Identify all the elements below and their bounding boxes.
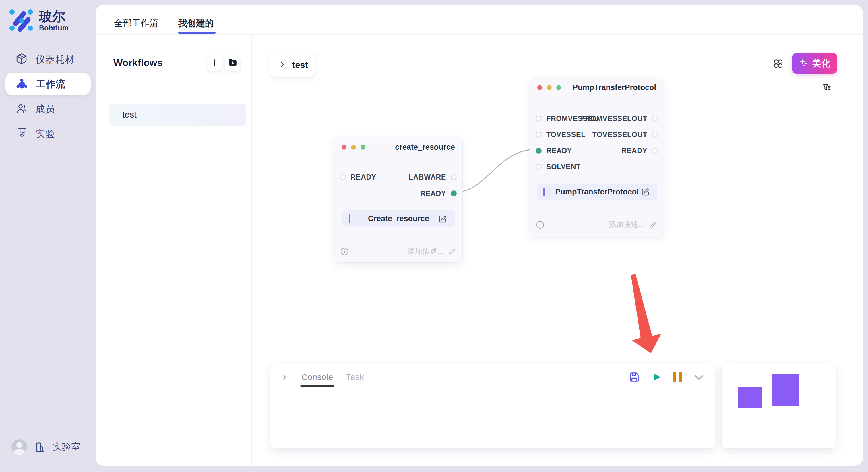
port-dot[interactable]	[652, 132, 658, 138]
sparkles-icon	[799, 58, 809, 69]
add-workflow-button[interactable]	[207, 56, 222, 71]
node-pump-transfer-protocol[interactable]: PumpTransferProtocol FROMVESSEL TOVESSEL…	[530, 78, 664, 236]
port-labware-out[interactable]: LABWARE	[409, 173, 457, 181]
node-action-box[interactable]: Create_resource	[342, 210, 455, 227]
filter-icon[interactable]	[822, 82, 832, 94]
node-action-box[interactable]: PumpTransferProtocol	[537, 184, 657, 200]
port-ready-in[interactable]: READY	[536, 146, 572, 155]
tab-task[interactable]: Task	[346, 372, 364, 382]
sidebar-item-label: 实验	[36, 128, 55, 140]
port-ready-out[interactable]: READY	[420, 189, 457, 198]
text-caret	[543, 188, 545, 196]
brand-logo: 玻尔 Bohrium	[9, 7, 69, 34]
tabbar-divider	[96, 34, 863, 35]
edit-icon[interactable]	[439, 214, 447, 223]
port-tovesselout[interactable]: TOVESSELOUT	[592, 131, 658, 139]
port-dot-connected[interactable]	[451, 191, 457, 196]
workflows-panel: Workflows test	[96, 35, 252, 466]
console-expand-chevron-icon[interactable]	[280, 373, 288, 381]
text-caret	[349, 214, 350, 223]
port-dot[interactable]	[536, 164, 541, 170]
sidebar-item-instruments[interactable]: 仪器耗材	[5, 48, 91, 71]
bohrium-logo-icon	[9, 7, 34, 34]
workflow-icon	[16, 77, 28, 91]
description-placeholder[interactable]: 添加描述...	[609, 220, 645, 230]
minimap-node-pump-transfer	[772, 374, 799, 406]
port-dot[interactable]	[536, 115, 541, 122]
building-icon	[34, 441, 46, 453]
port-dot[interactable]	[536, 132, 541, 138]
chevron-down-icon[interactable]	[693, 371, 705, 383]
port-dot-connected[interactable]	[536, 148, 541, 154]
traffic-light-green-icon	[361, 145, 365, 150]
lab-switcher-label[interactable]: 实验室	[53, 441, 81, 453]
minimap-node-create-resource	[738, 387, 762, 408]
node-footer: 添加描述...	[536, 220, 657, 230]
description-placeholder[interactable]: 添加描述...	[407, 246, 443, 256]
console-panel: Console Task	[270, 364, 715, 449]
node-header[interactable]: PumpTransferProtocol	[530, 78, 663, 97]
node-title: PumpTransferProtocol	[572, 83, 656, 92]
pencil-icon[interactable]	[649, 221, 657, 229]
sidebar: 玻尔 Bohrium 仪器耗材 工作流 成员	[0, 0, 96, 472]
traffic-light-yellow-icon	[351, 145, 356, 150]
sidebar-item-members[interactable]: 成员	[5, 98, 91, 121]
sidebar-item-label: 仪器耗材	[36, 53, 74, 66]
sidebar-footer: 实验室	[11, 439, 81, 455]
members-icon	[16, 102, 28, 115]
pause-icon[interactable]	[673, 372, 682, 382]
workflows-panel-title: Workflows	[113, 57, 162, 68]
command-clover-icon[interactable]	[773, 59, 783, 70]
plus-icon	[210, 58, 219, 69]
active-tab-underline	[178, 32, 216, 34]
edit-icon[interactable]	[641, 188, 650, 196]
sidebar-item-workflow[interactable]: 工作流	[5, 72, 91, 96]
tab-console[interactable]: Console	[301, 372, 333, 382]
traffic-light-red-icon	[342, 145, 346, 150]
sidebar-item-experiments[interactable]: 实验	[5, 123, 91, 145]
experiment-icon	[16, 127, 28, 140]
brand-name-en: Bohrium	[39, 24, 69, 32]
import-folder-button[interactable]	[225, 56, 240, 71]
port-dot[interactable]	[652, 148, 658, 154]
port-solvent[interactable]: SOLVENT	[536, 163, 581, 171]
breadcrumb-label: test	[292, 60, 308, 70]
port-dot[interactable]	[340, 174, 346, 180]
tab-created-by-me[interactable]: 我创建的	[178, 17, 214, 29]
user-avatar[interactable]	[11, 439, 27, 455]
pencil-icon[interactable]	[448, 247, 456, 256]
play-icon[interactable]	[651, 371, 662, 383]
port-fromvesselout[interactable]: FROMVESSELOUT	[581, 114, 658, 123]
info-icon[interactable]	[536, 220, 545, 229]
beautify-button-label: 美化	[812, 57, 830, 70]
brand-name-zh: 玻尔	[39, 9, 69, 24]
node-header[interactable]: create_resource	[334, 137, 462, 158]
package-icon	[16, 53, 28, 66]
port-ready-out[interactable]: READY	[621, 146, 658, 155]
minimap[interactable]	[721, 364, 836, 449]
chevron-right-icon	[278, 61, 286, 69]
traffic-light-red-icon	[537, 85, 542, 90]
node-title: create_resource	[395, 143, 455, 152]
traffic-light-green-icon	[556, 85, 561, 90]
info-icon[interactable]	[340, 247, 349, 256]
node-footer: 添加描述...	[340, 246, 456, 256]
folder-download-icon	[228, 58, 238, 69]
workflow-list-item-test[interactable]: test	[109, 103, 246, 126]
save-icon[interactable]	[629, 371, 640, 383]
tab-all-workflows[interactable]: 全部工作流	[114, 17, 158, 29]
port-dot[interactable]	[652, 115, 658, 122]
beautify-button[interactable]: 美化	[792, 53, 837, 74]
traffic-light-yellow-icon	[547, 85, 552, 90]
port-ready-in[interactable]: READY	[340, 173, 376, 181]
workflow-item-label: test	[122, 109, 136, 120]
port-tovessel[interactable]: TOVESSEL	[536, 131, 586, 139]
breadcrumb[interactable]: test	[270, 53, 315, 77]
sidebar-item-label: 成员	[36, 103, 55, 115]
sidebar-item-label: 工作流	[36, 78, 65, 91]
node-create-resource[interactable]: create_resource READY LABWARE READY Crea…	[334, 137, 463, 263]
port-dot[interactable]	[451, 174, 457, 180]
